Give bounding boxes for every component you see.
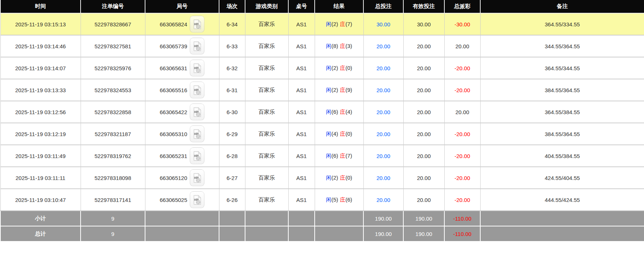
video-replay-button[interactable] <box>190 169 204 186</box>
player-result-points: (2) <box>332 21 338 27</box>
session-cell: 6-30 <box>219 101 245 123</box>
round-id-cell: 663065025 <box>145 189 219 211</box>
banker-result-points: (7) <box>345 21 352 27</box>
valid-bet-cell: 20.00 <box>403 79 444 101</box>
table-row[interactable]: 2025-11-19 03:12:56 522978322858 6630654… <box>0 101 644 123</box>
table-no-cell: AS1 <box>288 145 315 167</box>
table-no-cell: AS1 <box>288 35 315 57</box>
banker-result-points: (6) <box>345 196 352 203</box>
summary-empty-cell <box>480 226 644 241</box>
header-row: 时间 注单编号 局号 场次 游戏类别 桌号 结果 总投注 有效投注 总派彩 备注 <box>0 0 644 13</box>
video-replay-button[interactable] <box>190 38 204 55</box>
total-bet-cell: 20.00 <box>363 189 403 211</box>
table-row[interactable]: 2025-11-19 03:12:19 522978321187 6630653… <box>0 123 644 145</box>
round-id-cell: 663065739 <box>145 35 219 57</box>
summary-empty-cell <box>145 211 219 226</box>
video-replay-button[interactable] <box>190 82 204 98</box>
video-replay-button[interactable] <box>190 104 204 120</box>
session-cell: 6-33 <box>219 35 245 57</box>
video-replay-button[interactable] <box>190 16 204 33</box>
valid-bet-cell: 20.00 <box>403 167 444 189</box>
total-bet-cell: 30.00 <box>363 13 403 35</box>
video-replay-button[interactable] <box>190 191 204 208</box>
summary-valid-bet: 190.00 <box>403 226 444 241</box>
payout-cell: 20.00 <box>444 101 480 123</box>
payout-cell: -20.00 <box>444 123 480 145</box>
time-cell: 2025-11-19 03:12:56 <box>0 101 81 123</box>
banker-result-points: (3) <box>345 43 352 49</box>
round-id-cell: 663065310 <box>145 123 219 145</box>
bet-id-cell: 522978322858 <box>81 101 145 123</box>
summary-empty-cell <box>145 226 219 241</box>
player-result-label: 闲 <box>326 174 332 181</box>
video-replay-button[interactable] <box>190 60 204 76</box>
banker-result-points: (4) <box>345 109 352 115</box>
total-bet-cell: 20.00 <box>363 79 403 101</box>
table-no-cell: AS1 <box>288 167 315 189</box>
remark-cell: 364.55/344.55 <box>480 57 644 79</box>
banker-result-points: (7) <box>345 153 352 159</box>
total-bet-cell: 20.00 <box>363 57 403 79</box>
round-id-value: 663065824 <box>160 21 187 27</box>
game-type-cell: 百家乐 <box>245 189 288 211</box>
round-id-value: 663065231 <box>160 153 187 159</box>
table-row[interactable]: 2025-11-19 03:11:49 522978319762 6630652… <box>0 145 644 167</box>
result-cell: 闲(4)庄(0) <box>315 123 363 145</box>
video-file-icon <box>193 19 201 29</box>
time-cell: 2025-11-19 03:12:19 <box>0 123 81 145</box>
video-file-icon <box>193 173 201 183</box>
round-id-cell: 663065516 <box>145 79 219 101</box>
payout-cell: 20.00 <box>444 35 480 57</box>
summary-valid-bet: 190.00 <box>403 211 444 226</box>
table-row[interactable]: 2025-11-19 03:14:46 522978327581 6630657… <box>0 35 644 57</box>
valid-bet-cell: 30.00 <box>403 13 444 35</box>
payout-cell: -20.00 <box>444 189 480 211</box>
video-replay-button[interactable] <box>190 147 204 164</box>
table-row[interactable]: 2025-11-19 03:15:13 522978328667 6630658… <box>0 13 644 35</box>
table-no-cell: AS1 <box>288 57 315 79</box>
bet-id-cell: 522978325976 <box>81 57 145 79</box>
round-id-value: 663065310 <box>160 131 187 137</box>
table-row[interactable]: 2025-11-19 03:14:07 522978325976 6630656… <box>0 57 644 79</box>
banker-result-label: 庄 <box>340 196 345 203</box>
player-result-points: (8) <box>332 43 338 49</box>
game-type-cell: 百家乐 <box>245 101 288 123</box>
game-type-cell: 百家乐 <box>245 13 288 35</box>
banker-result-label: 庄 <box>340 131 345 137</box>
banker-result-label: 庄 <box>340 43 345 49</box>
banker-result-label: 庄 <box>340 153 345 159</box>
result-cell: 闲(5)庄(6) <box>315 189 363 211</box>
table-row[interactable]: 2025-11-19 03:10:47 522978317141 6630650… <box>0 189 644 211</box>
summary-count: 9 <box>81 226 145 241</box>
player-result-label: 闲 <box>326 196 332 203</box>
player-result-label: 闲 <box>326 109 332 115</box>
video-replay-button[interactable] <box>190 125 204 142</box>
player-result-points: (2) <box>332 65 338 71</box>
round-id-cell: 663065231 <box>145 145 219 167</box>
game-type-cell: 百家乐 <box>245 35 288 57</box>
player-result-points: (2) <box>332 174 338 181</box>
remark-cell: 384.55/364.55 <box>480 79 644 101</box>
summary-empty-cell <box>245 211 288 226</box>
player-result-label: 闲 <box>326 131 332 137</box>
player-result-points: (6) <box>332 109 338 115</box>
payout-cell: -20.00 <box>444 167 480 189</box>
col-header-table-no: 桌号 <box>288 0 315 13</box>
table-row[interactable]: 2025-11-19 03:13:33 522978324553 6630655… <box>0 79 644 101</box>
session-cell: 6-32 <box>219 57 245 79</box>
summary-total-bet: 190.00 <box>363 211 403 226</box>
col-header-session: 场次 <box>219 0 245 13</box>
col-header-result: 结果 <box>315 0 363 13</box>
session-cell: 6-28 <box>219 145 245 167</box>
banker-result-label: 庄 <box>340 174 345 181</box>
table-row[interactable]: 2025-11-19 03:11:11 522978318098 6630651… <box>0 167 644 189</box>
col-header-round-id: 局号 <box>145 0 219 13</box>
player-result-points: (5) <box>332 196 338 203</box>
valid-bet-cell: 20.00 <box>403 101 444 123</box>
payout-cell: -20.00 <box>444 57 480 79</box>
video-file-icon <box>193 63 201 73</box>
banker-result-points: (9) <box>345 87 352 93</box>
time-cell: 2025-11-19 03:15:13 <box>0 13 81 35</box>
banker-result-label: 庄 <box>340 109 345 115</box>
col-header-total-bet: 总投注 <box>363 0 403 13</box>
